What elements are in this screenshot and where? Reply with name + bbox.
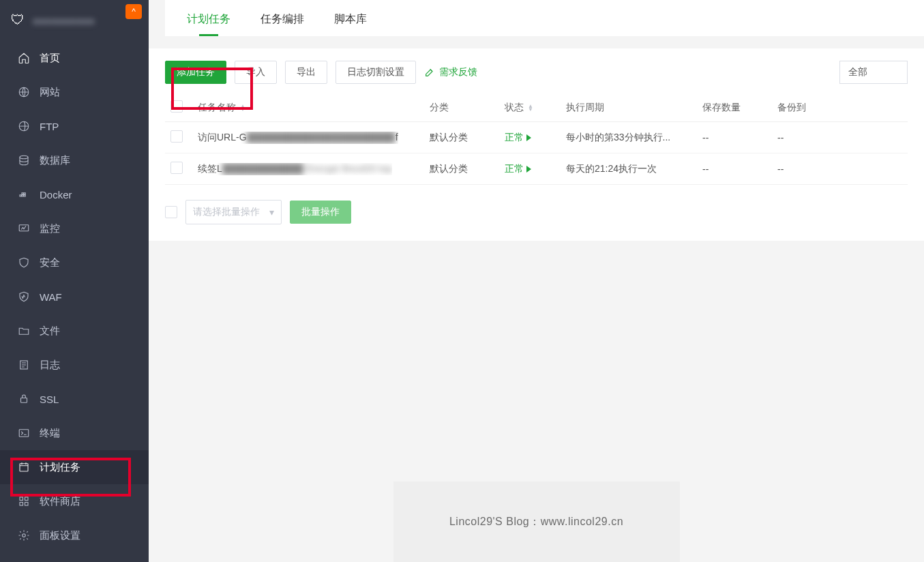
svg-rect-9: [25, 497, 29, 501]
sidebar-item-cron[interactable]: 计划任务: [0, 450, 149, 484]
batch-bar: 请选择批量操作 ▾ 批量操作: [165, 200, 908, 224]
sidebar-item-ftp[interactable]: FTP: [0, 109, 149, 143]
sidebar-item-terminal[interactable]: 终端: [0, 416, 149, 450]
sidebar-item-label: 安全: [40, 256, 60, 269]
table-row[interactable]: 续签L████████████ Encrypt /lincol20 top 默认…: [165, 153, 908, 185]
feedback-link[interactable]: 需求反馈: [424, 66, 477, 78]
apps-icon: [18, 495, 30, 507]
sidebar-item-waf[interactable]: WAF: [0, 280, 149, 314]
sidebar-item-label: 日志: [40, 359, 60, 372]
sort-icon[interactable]: ▲▼: [240, 104, 245, 111]
home-icon: [18, 52, 30, 64]
sidebar-item-label: 终端: [40, 427, 60, 440]
gear-icon: [18, 529, 30, 542]
col-backup-to: 备份到: [772, 93, 908, 122]
import-button[interactable]: 导入: [235, 61, 277, 84]
chevron-down-icon: ▾: [269, 207, 274, 218]
docker-icon: [18, 188, 30, 201]
task-cycle: 每天的21:24执行一次: [561, 153, 697, 185]
sidebar-item-settings[interactable]: 面板设置: [0, 518, 149, 552]
sidebar-item-label: 网站: [40, 86, 60, 99]
checkbox-all[interactable]: [170, 100, 183, 113]
task-category: 默认分类: [424, 122, 499, 153]
task-category: 默认分类: [424, 153, 499, 185]
add-task-button[interactable]: 添加任务: [165, 61, 226, 84]
sidebar-item-site[interactable]: 网站: [0, 75, 149, 109]
sort-icon[interactable]: ▲▼: [528, 104, 533, 111]
play-icon: [526, 166, 531, 173]
sidebar-item-monitor[interactable]: 监控: [0, 211, 149, 246]
tab-label: 计划任务: [187, 13, 230, 25]
shield-icon: [18, 256, 30, 269]
brand-badge[interactable]: ^: [125, 4, 142, 19]
main: 计划任务 任务编排 脚本库 添加任务 导入 导出 日志切割设置 需求反馈 全部: [149, 0, 924, 562]
svg-point-2: [20, 156, 28, 159]
task-status[interactable]: 正常: [505, 163, 531, 175]
col-cycle: 执行周期: [561, 93, 697, 122]
sidebar-item-label: 软件商店: [40, 495, 80, 508]
col-category: 分类: [424, 93, 499, 122]
sidebar-item-label: 监控: [40, 222, 60, 235]
svg-rect-10: [20, 503, 23, 506]
export-button[interactable]: 导出: [285, 61, 327, 84]
task-name: 续签L████████████ Encrypt /lincol20 top: [198, 163, 392, 175]
filter-select[interactable]: 全部: [839, 61, 908, 84]
sidebar-item-docker[interactable]: Docker: [0, 177, 149, 211]
checkbox-row[interactable]: [170, 130, 183, 143]
batch-action-button[interactable]: 批量操作: [290, 201, 351, 224]
sidebar-item-database[interactable]: 数据库: [0, 143, 149, 177]
tabs: 计划任务 任务编排 脚本库: [165, 0, 924, 36]
sidebar-item-files[interactable]: 文件: [0, 314, 149, 348]
tab-orchestration[interactable]: 任务编排: [245, 0, 319, 36]
content-panel: 添加任务 导入 导出 日志切割设置 需求反馈 全部 任务名称▲▼ 分类 状态▲▼: [149, 48, 924, 241]
sidebar-item-label: Docker: [40, 189, 72, 201]
sidebar-item-store[interactable]: 软件商店: [0, 484, 149, 518]
col-status[interactable]: 状态: [505, 102, 524, 113]
db-icon: [18, 154, 30, 166]
log-config-button[interactable]: 日志切割设置: [336, 61, 416, 84]
sidebar-item-label: SSL: [40, 394, 59, 405]
task-cycle: 每小时的第33分钟执行...: [561, 122, 697, 153]
batch-select[interactable]: 请选择批量操作 ▾: [185, 200, 282, 224]
play-icon: [526, 134, 531, 141]
brand-label: ●●●●●●●●●●: [33, 15, 95, 27]
edit-icon: [424, 67, 435, 78]
sidebar-item-security[interactable]: 安全: [0, 246, 149, 280]
globe-icon: [18, 120, 30, 132]
sidebar-item-ssl[interactable]: SSL: [0, 382, 149, 416]
checkbox-row[interactable]: [170, 162, 183, 174]
watermark: Lincol29'S Blog：www.lincol29.cn: [393, 482, 680, 562]
toolbar: 添加任务 导入 导出 日志切割设置 需求反馈 全部: [165, 61, 908, 84]
checkbox-batch[interactable]: [165, 206, 177, 218]
task-backup-to: --: [772, 122, 908, 153]
sidebar-item-log[interactable]: 日志: [0, 348, 149, 382]
terminal-icon: [18, 427, 30, 439]
tab-label: 脚本库: [334, 13, 367, 25]
log-icon: [18, 359, 30, 371]
sidebar-item-label: WAF: [40, 291, 62, 303]
task-backup-to: --: [772, 153, 908, 185]
task-keep: --: [697, 122, 772, 153]
svg-rect-8: [20, 497, 23, 501]
sidebar-item-label: 数据库: [40, 154, 70, 167]
sidebar-item-label: 文件: [40, 325, 60, 338]
sidebar-item-label: 计划任务: [40, 461, 80, 474]
table-row[interactable]: 访问URL-G██████████████████████f 默认分类 正常 每…: [165, 122, 908, 153]
waf-icon: [18, 291, 30, 303]
sidebar-item-label: FTP: [40, 121, 59, 132]
sidebar-item-home[interactable]: 首页: [0, 41, 149, 75]
batch-placeholder: 请选择批量操作: [193, 206, 260, 218]
svg-point-12: [23, 534, 26, 537]
col-keep: 保存数量: [697, 93, 772, 122]
task-name: 访问URL-G██████████████████████f: [198, 132, 398, 144]
svg-rect-6: [19, 430, 29, 437]
tab-scripts[interactable]: 脚本库: [319, 0, 382, 36]
col-name[interactable]: 任务名称: [198, 102, 236, 113]
sidebar: 🛡︎ ●●●●●●●●●● ^ 首页 网站 FTP 数据库 Docker 监控 …: [0, 0, 149, 562]
task-status[interactable]: 正常: [505, 132, 531, 144]
ssl-icon: [18, 393, 30, 405]
tab-cron[interactable]: 计划任务: [172, 0, 245, 36]
task-keep: --: [697, 153, 772, 185]
tab-label: 任务编排: [260, 13, 304, 25]
svg-rect-7: [20, 464, 28, 471]
